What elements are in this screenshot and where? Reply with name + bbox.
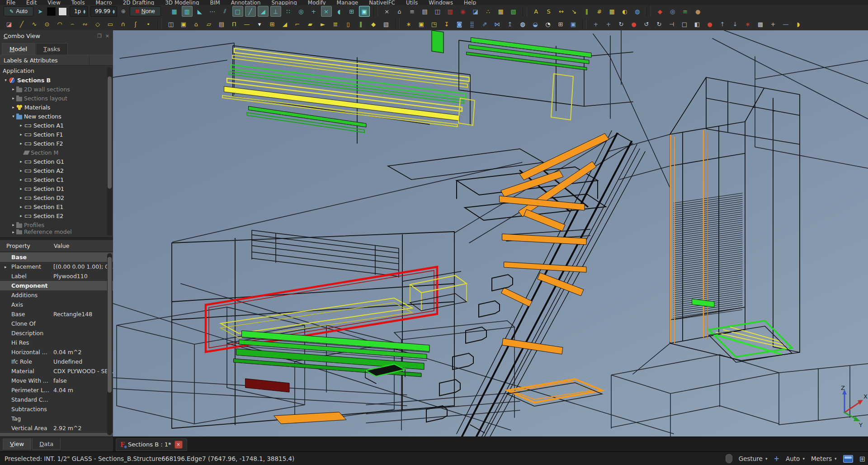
highlight-button[interactable]: ●: [704, 19, 715, 29]
expander-icon[interactable]: ▸: [18, 204, 24, 209]
equipment-button[interactable]: ◆: [368, 19, 379, 29]
move-copy-button[interactable]: ▣: [416, 19, 427, 29]
tree-item-section-m[interactable]: Section M: [0, 148, 113, 157]
wall-button[interactable]: ▱: [203, 19, 214, 29]
axis-system-button[interactable]: #: [594, 6, 605, 17]
property-row-vertical-area[interactable]: Vertical Area2.92 m^2: [0, 423, 113, 433]
document-tab[interactable]: F✱ Sections B : 1* ×: [116, 438, 187, 451]
menu-tools[interactable]: Tools: [71, 0, 85, 5]
snap-intersection-button[interactable]: +: [308, 6, 319, 17]
property-row-clone-of[interactable]: Clone Of: [0, 319, 113, 328]
panel-splitter[interactable]: [0, 237, 113, 241]
menu-view[interactable]: View: [47, 0, 60, 5]
grid-tool-button[interactable]: ▦: [607, 6, 618, 17]
library-button[interactable]: ≡: [680, 6, 691, 17]
tab-view[interactable]: View: [3, 438, 31, 450]
pipe-button[interactable]: ⌐: [292, 19, 303, 29]
autogroup-button[interactable]: None: [130, 6, 161, 16]
section-mark-button[interactable]: ◐: [619, 6, 630, 17]
snap-center-button[interactable]: ◎: [296, 6, 307, 17]
rotate-right-button[interactable]: ↻: [654, 19, 665, 29]
curtain-wall-button[interactable]: Π: [229, 19, 240, 29]
tree-item-2d-wall-sections[interactable]: ▸2D wall sections: [0, 85, 113, 94]
line-color-swatch[interactable]: [47, 7, 56, 16]
draft-bspline-button[interactable]: ∾: [80, 19, 90, 29]
property-scrollbar[interactable]: [107, 253, 112, 435]
annotation-text-button[interactable]: A: [531, 6, 542, 17]
tree-item-section-g1[interactable]: ▸⊏⊐Section G1: [0, 157, 113, 166]
snap-extension-button[interactable]: ╱: [245, 6, 256, 17]
boolean-cut-button[interactable]: ◔: [542, 19, 553, 29]
align-button[interactable]: +: [603, 19, 614, 29]
tree-item-section-c1[interactable]: ▸⊏⊐Section C1: [0, 175, 113, 184]
roof-button[interactable]: ◢: [279, 19, 290, 29]
menu-edit[interactable]: Edit: [26, 0, 37, 5]
tab-model[interactable]: Model: [2, 43, 35, 55]
mesh-button[interactable]: ◙: [454, 19, 465, 29]
snap-lock-button[interactable]: ▥: [182, 6, 193, 17]
compound-button[interactable]: ⊞: [555, 19, 566, 29]
tree-item-sections-layout[interactable]: ▸Sections layout: [0, 94, 113, 103]
bim-door-button[interactable]: ◉: [458, 6, 468, 17]
nest-button[interactable]: ↧: [441, 19, 452, 29]
panel-button[interactable]: ◳: [429, 19, 439, 29]
expander-icon[interactable]: ▸: [10, 105, 16, 109]
workplane-dropdown[interactable]: Auto▾: [786, 455, 805, 462]
bim-material-button[interactable]: ▥: [445, 6, 456, 17]
display-settings-icon[interactable]: [843, 455, 853, 463]
snap-near-button[interactable]: ◖: [334, 6, 344, 17]
stop-operation-button[interactable]: ●: [628, 19, 639, 29]
add-component-button[interactable]: +: [768, 19, 778, 29]
property-group-base[interactable]: Base: [0, 252, 113, 262]
slab-button[interactable]: ▰: [305, 19, 316, 29]
pointer-tool-button[interactable]: ►: [317, 19, 328, 29]
remove-component-button[interactable]: —: [780, 19, 791, 29]
stairs-button[interactable]: ≣: [330, 19, 341, 29]
expander-icon[interactable]: ▸: [18, 141, 24, 146]
draft-polyline-button[interactable]: ∿: [29, 19, 40, 29]
expander-icon[interactable]: ▸: [18, 214, 24, 218]
expander-icon[interactable]: ▸: [18, 132, 24, 137]
extrude-button[interactable]: ↥: [505, 19, 515, 29]
ifc-diff-button[interactable]: ∗: [742, 19, 753, 29]
3d-viewport[interactable]: Z X Y: [113, 30, 868, 437]
arch-materials-button[interactable]: ∴: [483, 6, 494, 17]
menu-manage[interactable]: Manage: [337, 0, 359, 5]
structure-button[interactable]: ▤: [216, 19, 227, 29]
expander-icon[interactable]: ▸: [18, 186, 24, 191]
tree-item-section-a2[interactable]: ▸⊏⊐Section A2: [0, 166, 113, 175]
drawing-view-button[interactable]: ▣: [178, 19, 189, 29]
menu-windows[interactable]: Windows: [429, 0, 453, 5]
rotate-button[interactable]: ↻: [616, 19, 627, 29]
expander-icon[interactable]: ▸: [18, 123, 24, 128]
snap-angle-button[interactable]: ◢: [258, 6, 269, 17]
working-plane-button[interactable]: ✎ Auto: [4, 6, 33, 16]
tree-item-section-f1[interactable]: ▸⊏⊐Section F1: [0, 130, 113, 139]
property-group-component[interactable]: Component: [0, 281, 113, 290]
menu-bim[interactable]: BIM: [210, 0, 220, 5]
property-row-subtractions[interactable]: Subtractions: [0, 404, 113, 414]
expander-icon[interactable]: ▸: [10, 96, 16, 100]
working-plane-view-button[interactable]: ▣: [359, 6, 370, 17]
close-tab-button[interactable]: ×: [175, 441, 183, 449]
move-up-button[interactable]: ↑: [717, 19, 728, 29]
tree-scrollbar[interactable]: [107, 67, 112, 236]
snap-special-button[interactable]: ×: [321, 6, 332, 17]
move-button[interactable]: +: [590, 19, 601, 29]
web-reference-button[interactable]: ◎: [667, 6, 678, 17]
explode-button[interactable]: ∗: [403, 19, 414, 29]
expander-icon[interactable]: ▸: [10, 223, 16, 227]
tree-item-section-a1[interactable]: ▸⊏⊐Section A1: [0, 121, 113, 130]
snap-working-plane-button[interactable]: □: [232, 6, 243, 17]
bim-windows-button[interactable]: ◫: [432, 6, 443, 17]
tree-item-profiles[interactable]: ▸Profiles: [0, 220, 113, 229]
property-row-hi-res[interactable]: Hi Res: [0, 338, 113, 347]
snap-dimensions-button[interactable]: ∷: [283, 6, 294, 17]
expander-icon[interactable]: ▾: [10, 114, 16, 119]
tree-item-sections-b[interactable]: ▾Sections B: [0, 76, 113, 85]
draft-bezier-button[interactable]: ∩: [118, 19, 128, 29]
draft-circle-button[interactable]: ⊙: [42, 19, 52, 29]
expander-icon[interactable]: ▸: [18, 195, 24, 200]
apply-style-button[interactable]: ⊕: [120, 8, 127, 14]
tree-item-section-d1[interactable]: ▸⊏⊐Section D1: [0, 184, 113, 193]
